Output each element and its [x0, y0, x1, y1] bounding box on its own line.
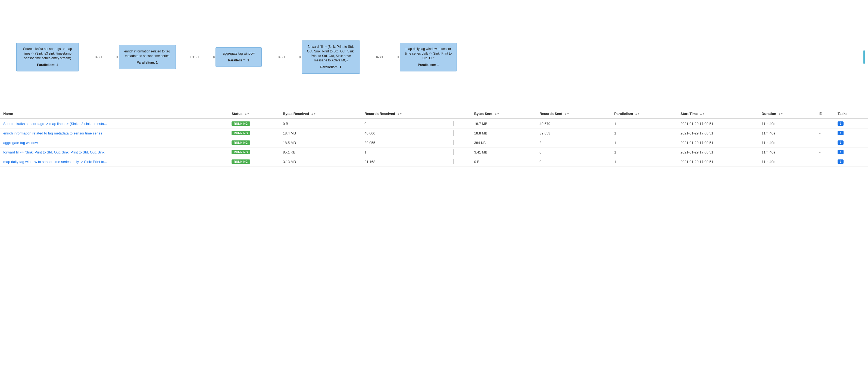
hash-label-3: HASH — [276, 56, 285, 59]
table-row: map daily tag window to sensor time seri… — [0, 157, 868, 166]
cell-name-row2[interactable]: aggregate tag window — [0, 138, 228, 148]
cell-records_sent-row0: 40,679 — [536, 119, 611, 129]
cell-start_time-row1: 2021-01-29 17:00:51 — [677, 129, 758, 138]
cell-duration-row2: 11m 40s — [758, 138, 816, 148]
hash-label-4: HASH — [375, 56, 383, 59]
dag-connector-2: HASH — [176, 56, 216, 59]
cell-tasks-row2[interactable]: 1 — [834, 138, 868, 148]
cell-parallelism-row3: 1 — [611, 148, 677, 157]
cell-start_time-row3: 2021-01-29 17:00:51 — [677, 148, 758, 157]
cell-parallelism-row4: 1 — [611, 157, 677, 166]
cell-e-row2: - — [816, 138, 834, 148]
arrow-head-2 — [213, 56, 216, 58]
cell-tasks-row4[interactable]: 1 — [834, 157, 868, 166]
cell-name-row3[interactable]: forward fill -> (Sink: Print to Std. Out… — [0, 148, 228, 157]
resize-handle-0[interactable] — [453, 121, 454, 126]
sort-icon-bytes-sent: ▲▼ — [494, 113, 499, 115]
dag-node-2[interactable]: enrich information related to tag metada… — [119, 45, 176, 69]
dag-node-2-title: enrich information related to tag metada… — [123, 49, 171, 58]
cell-e-row3: - — [816, 148, 834, 157]
dag-node-3-parallelism: Parallelism: 1 — [220, 58, 257, 63]
cell-start_time-row0: 2021-01-29 17:00:51 — [677, 119, 758, 129]
col-header-bytes-received[interactable]: Bytes Received ▲▼ — [280, 109, 361, 119]
cell-duration-row3: 11m 40s — [758, 148, 816, 157]
cell-bytes_sent-row1: 18.8 MB — [471, 129, 536, 138]
cell-records_sent-row2: 3 — [536, 138, 611, 148]
tasks-badge-4: 1 — [838, 159, 843, 164]
col-header-start-time[interactable]: Start Time ▲▼ — [677, 109, 758, 119]
main-container: Source: kafka sensor tags -> map lines -… — [0, 0, 868, 389]
cell-tasks-row0[interactable]: 1 — [834, 119, 868, 129]
col-header-records-received[interactable]: Records Received ▲▼ — [361, 109, 452, 119]
col-header-more[interactable]: ... — [452, 109, 471, 119]
cell-status-row2: RUNNING — [228, 138, 279, 148]
cell-e-row4: - — [816, 157, 834, 166]
connector-line-2 — [176, 57, 189, 57]
row-name-link-2[interactable]: aggregate tag window — [3, 141, 38, 145]
dag-node-4-title: forward fill -> (Sink: Print to Std. Out… — [306, 44, 355, 63]
cell-status-row0: RUNNING — [228, 119, 279, 129]
cell-tasks-row3[interactable]: 1 — [834, 148, 868, 157]
col-header-bytes-sent[interactable]: Bytes Sent ▲▼ — [471, 109, 536, 119]
cell-bytes_received-row1: 18.4 MB — [280, 129, 361, 138]
cell-spacer-row3 — [452, 148, 471, 157]
resize-handle-1[interactable] — [453, 130, 454, 136]
cell-name-row4[interactable]: map daily tag window to sensor time seri… — [0, 157, 228, 166]
dag-node-1[interactable]: Source: kafka sensor tags -> map lines -… — [16, 43, 79, 71]
status-badge-2: RUNNING — [231, 140, 250, 145]
cell-bytes_received-row4: 3.13 MB — [280, 157, 361, 166]
sort-icon-start-time: ▲▼ — [700, 113, 705, 115]
col-header-status[interactable]: Status ▲▼ — [228, 109, 279, 119]
col-header-name[interactable]: Name — [0, 109, 228, 119]
cell-records_received-row0: 0 — [361, 119, 452, 129]
col-header-parallelism[interactable]: Parallelism ▲▼ — [611, 109, 677, 119]
cell-e-row0: - — [816, 119, 834, 129]
sort-icon-status: ▲▼ — [245, 113, 249, 115]
cell-duration-row1: 11m 40s — [758, 129, 816, 138]
tasks-badge-3: 1 — [838, 150, 843, 154]
tasks-badge-2: 1 — [838, 140, 843, 145]
dag-connector-3: HASH — [262, 56, 302, 59]
tasks-badge-1: 1 — [838, 131, 843, 135]
dag-node-4-parallelism: Parallelism: 1 — [306, 65, 355, 69]
cell-e-row1: - — [816, 129, 834, 138]
cell-status-row4: RUNNING — [228, 157, 279, 166]
cell-tasks-row1[interactable]: 1 — [834, 129, 868, 138]
cell-name-row1[interactable]: enrich information related to tag metada… — [0, 129, 228, 138]
row-name-link-3[interactable]: forward fill -> (Sink: Print to Std. Out… — [3, 150, 107, 154]
resize-handle-4[interactable] — [453, 159, 454, 164]
connector-line-2b — [200, 57, 213, 57]
cell-start_time-row4: 2021-01-29 17:00:51 — [677, 157, 758, 166]
dag-node-1-parallelism: Parallelism: 1 — [21, 63, 74, 67]
cell-bytes_received-row2: 18.5 MB — [280, 138, 361, 148]
dag-connector-1: HASH — [79, 56, 119, 59]
arrow-head-3 — [300, 56, 302, 58]
hash-label-1: HASH — [93, 56, 102, 59]
row-name-link-4[interactable]: map daily tag window to sensor time seri… — [3, 160, 107, 164]
dag-node-3[interactable]: aggregate tag window Parallelism: 1 — [216, 47, 262, 67]
col-header-records-sent[interactable]: Records Sent ▲▼ — [536, 109, 611, 119]
cell-duration-row4: 11m 40s — [758, 157, 816, 166]
connector-line-1 — [79, 57, 92, 57]
dag-node-5-parallelism: Parallelism: 1 — [404, 63, 452, 67]
dag-scroll-handle[interactable] — [863, 50, 865, 64]
table-body: Source: kafka sensor tags -> map lines -… — [0, 119, 868, 166]
cell-parallelism-row2: 1 — [611, 138, 677, 148]
resize-handle-3[interactable] — [453, 150, 454, 155]
col-header-tasks[interactable]: Tasks — [834, 109, 868, 119]
col-header-e[interactable]: E — [816, 109, 834, 119]
col-header-duration[interactable]: Duration ▲▼ — [758, 109, 816, 119]
cell-name-row0[interactable]: Source: kafka sensor tags -> map lines -… — [0, 119, 228, 129]
resize-handle-2[interactable] — [453, 140, 454, 145]
dag-node-4[interactable]: forward fill -> (Sink: Print to Std. Out… — [302, 40, 360, 74]
dag-node-5[interactable]: map daily tag window to sensor time seri… — [400, 43, 457, 71]
table-row: Source: kafka sensor tags -> map lines -… — [0, 119, 868, 129]
more-columns-button[interactable]: ... — [453, 111, 460, 117]
cell-spacer-row4 — [452, 157, 471, 166]
cell-records_received-row2: 39,055 — [361, 138, 452, 148]
cell-records_sent-row1: 39,653 — [536, 129, 611, 138]
row-name-link-0[interactable]: Source: kafka sensor tags -> map lines -… — [3, 122, 107, 126]
row-name-link-1[interactable]: enrich information related to tag metada… — [3, 131, 102, 135]
cell-parallelism-row1: 1 — [611, 129, 677, 138]
cell-bytes_sent-row4: 0 B — [471, 157, 536, 166]
